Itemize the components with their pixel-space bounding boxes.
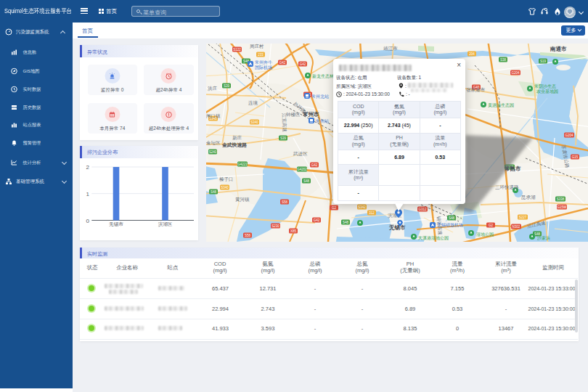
svg-text:X85: X85 [290,229,297,233]
svg-text:G4202: G4202 [297,168,307,171]
svg-text:0: 0 [86,217,90,224]
svg-text:S58: S58 [245,234,251,237]
svg-text:S342: S342 [358,205,366,209]
svg-text:无锡市: 无锡市 [388,224,406,231]
svg-text:金武快速路: 金武快速路 [221,142,247,148]
svg-text:新庄: 新庄 [232,135,242,140]
svg-text:S39: S39 [280,136,287,140]
svg-text:常州市: 常州市 [303,111,319,118]
svg-text:钟楼区: 钟楼区 [285,112,301,117]
svg-text:G42: G42 [314,219,320,222]
svg-text:G2: G2 [489,224,494,227]
svg-text:无锡市: 无锡市 [109,221,123,227]
svg-text:S48: S48 [343,221,349,224]
svg-text:常州北站: 常州北站 [311,94,329,99]
svg-text:G312: G312 [418,208,427,211]
svg-text:G15W: G15W [558,205,568,209]
svg-text:S122: S122 [233,48,241,52]
svg-text:大溪港湿地公园: 大溪港湿地公园 [418,235,449,241]
svg-text:204: 204 [469,52,475,56]
svg-text:G42: G42 [311,163,318,167]
svg-text:国际机场: 国际机场 [255,65,272,70]
svg-text:靖江市: 靖江市 [383,46,398,52]
svg-text:黄泗浦生态园: 黄泗浦生态园 [488,102,514,108]
svg-text:S340: S340 [250,121,258,124]
svg-text:S338: S338 [557,197,565,201]
svg-text:连境: 连境 [248,100,258,106]
svg-text:2: 2 [86,164,90,171]
svg-text:周庄村: 周庄村 [250,44,264,49]
svg-text:G15: G15 [572,155,579,159]
svg-text:湿地公园: 湿地公园 [476,232,494,237]
svg-text:G204: G204 [565,134,573,137]
svg-text:武进区: 武进区 [293,151,308,157]
svg-text:新龙生态林: 新龙生态林 [312,73,335,78]
svg-text:滨湖区: 滨湖区 [158,221,173,227]
svg-text:S38: S38 [500,58,507,62]
svg-text:榛子口: 榛子口 [219,176,234,182]
svg-text:常阴沙生态: 常阴沙生态 [534,83,556,89]
svg-text:G42: G42 [279,61,286,65]
svg-text:金坛区: 金坛区 [206,140,221,145]
svg-text:闸口镇: 闸口镇 [206,113,221,119]
svg-text:G42: G42 [300,62,306,66]
svg-text:N302: N302 [513,225,520,229]
svg-text:S19: S19 [540,60,547,63]
svg-text:G4221: G4221 [237,163,248,166]
svg-text:昆承湖: 昆承湖 [521,195,536,200]
svg-text:常州奔牛: 常州奔牛 [255,60,272,65]
svg-text:S340: S340 [221,186,229,189]
svg-text:黄河镇: 黄河镇 [235,197,250,203]
svg-text:无锡硕放机场: 无锡硕放机场 [437,222,463,228]
svg-text:农业基地园: 农业基地园 [536,89,558,94]
svg-text:S48: S48 [211,190,217,194]
svg-text:S48: S48 [449,216,455,220]
svg-text:233: 233 [258,53,264,57]
svg-text:S39: S39 [224,84,230,88]
svg-text:G204: G204 [511,71,520,75]
svg-text:南通市: 南通市 [550,46,567,52]
svg-text:S227: S227 [519,216,527,219]
svg-text:G2: G2 [332,206,337,210]
svg-text:S48: S48 [303,179,310,183]
svg-text:312: 312 [369,211,375,215]
svg-text:S240: S240 [209,150,217,154]
svg-text:S230: S230 [271,224,279,228]
svg-text:常州站: 常州站 [316,119,329,124]
svg-text:1: 1 [86,190,90,197]
svg-text:洪庄: 洪庄 [208,86,218,91]
svg-text:三环快速路: 三环快速路 [495,184,519,190]
svg-text:S58: S58 [282,200,288,204]
svg-text:张家港市: 张家港市 [466,87,486,93]
svg-text:沙家浜: 沙家浜 [536,235,550,240]
